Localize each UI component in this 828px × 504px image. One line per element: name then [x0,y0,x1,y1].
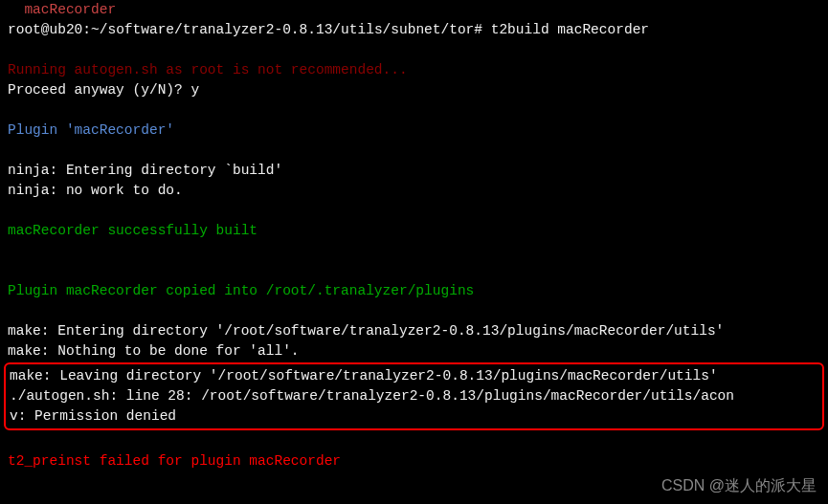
blank-line [8,241,820,261]
prompt-line: root@ub20:~/software/tranalyzer2-0.8.13/… [8,20,820,40]
built-success: macRecorder successfully built [8,221,820,241]
proceed-prompt: Proceed anyway (y/N)? [8,82,190,98]
blank-line [8,141,820,161]
blank-line [8,301,820,321]
make-enter: make: Entering directory '/root/software… [8,321,820,341]
error-highlight-box: make: Leaving directory '/root/software/… [4,362,824,430]
blank-line [8,100,820,121]
ninja-nowork: ninja: no work to do. [8,181,820,201]
preinst-fail: t2_preinst failed for plugin macRecorder [8,451,820,471]
proceed-line: Proceed anyway (y/N)? y [8,80,820,100]
command-text[interactable]: t2build macRecorder [491,22,649,37]
blank-line [8,431,820,451]
ninja-enter: ninja: Entering directory `build' [8,161,820,181]
watermark-text: CSDN @迷人的派大星 [661,474,817,496]
make-leave: make: Leaving directory '/root/software/… [10,366,818,386]
terminal-output: macRecorder root@ub20:~/software/tranaly… [8,0,820,504]
top-fragment: macRecorder [8,0,820,20]
autogen-error: ./autogen.sh: line 28: /root/software/tr… [10,386,818,406]
autogen-warning: Running autogen.sh as root is not recomm… [8,60,820,80]
blank-line [8,261,820,281]
copied-msg: Plugin macRecorder copied into /root/.tr… [8,281,820,301]
plugin-header: Plugin 'macRecorder' [8,121,820,141]
proceed-answer[interactable]: y [190,82,199,98]
permission-denied: v: Permission denied [10,406,818,427]
make-nothing: make: Nothing to be done for 'all'. [8,341,820,362]
prompt-user: root@ub20 [8,22,82,37]
blank-line [8,201,820,221]
blank-line [8,40,820,60]
prompt-path: :~/software/tranalyzer2-0.8.13/utils/sub… [82,22,490,37]
